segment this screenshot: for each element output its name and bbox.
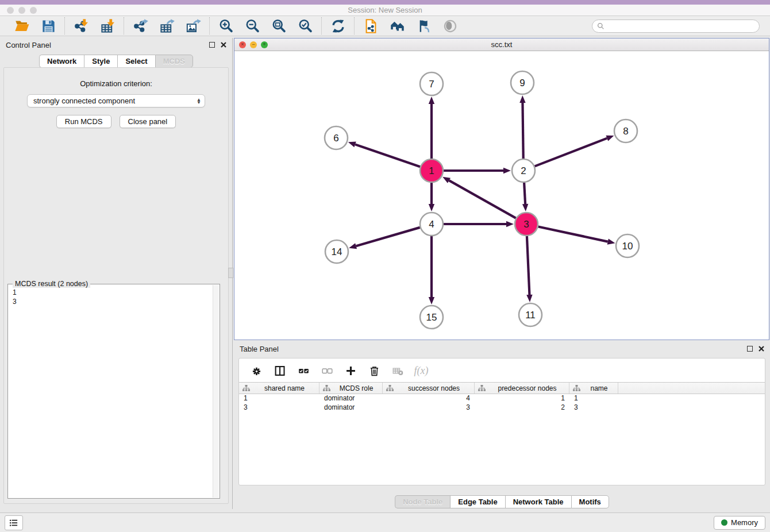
edge-4-14[interactable]	[356, 228, 420, 246]
float-table-panel-icon[interactable]	[747, 346, 753, 352]
run-mcds-button[interactable]: Run MCDS	[56, 115, 111, 128]
edge-arrowhead	[503, 168, 511, 174]
tab-style[interactable]: Style	[84, 55, 117, 68]
edge-1-6[interactable]	[355, 144, 420, 167]
table-row[interactable]: 3dominator323	[239, 403, 765, 413]
import-table-icon[interactable]	[97, 17, 118, 35]
memory-label: Memory	[731, 518, 758, 527]
mcds-result-list[interactable]: 1 3	[8, 284, 220, 310]
cell[interactable]: dominator	[319, 403, 383, 413]
network-from-file-icon[interactable]	[360, 17, 381, 35]
cell[interactable]: 1	[239, 394, 319, 403]
node-label-2: 2	[521, 165, 526, 176]
zoom-out-icon[interactable]	[242, 17, 263, 35]
node-label-8: 8	[623, 126, 628, 137]
column-header-shared-name[interactable]: shared name	[239, 383, 319, 394]
edge-2-9[interactable]	[522, 103, 523, 159]
close-panel-icon[interactable]	[221, 42, 226, 48]
edge-arrowhead	[349, 243, 357, 249]
tab-node-table[interactable]: Node Table	[395, 495, 450, 508]
tab-edge-table[interactable]: Edge Table	[450, 495, 505, 508]
criterion-select[interactable]: strongly connected component ▲▼	[27, 94, 205, 107]
cell[interactable]: 2	[475, 403, 569, 413]
node-label-11: 11	[525, 310, 536, 321]
mcds-result-title: MCDS result (2 nodes)	[13, 280, 90, 288]
memory-button[interactable]: Memory	[714, 516, 765, 530]
task-history-button[interactable]	[5, 515, 23, 530]
cell[interactable]: 4	[383, 394, 475, 403]
node-label-10: 10	[622, 241, 633, 252]
delete-table-icon[interactable]	[391, 364, 405, 377]
node-label-7: 7	[429, 79, 434, 90]
table-panel: Table Panel f(x) shared nameMCDS rolesuc…	[234, 342, 770, 512]
split-divider-handle[interactable]	[228, 268, 233, 278]
edge-2-3[interactable]	[524, 183, 525, 204]
edge-arrowhead	[506, 221, 514, 227]
column-header-name[interactable]: name	[569, 383, 618, 394]
column-header-predecessor-nodes[interactable]: predecessor nodes	[475, 383, 569, 394]
hierarchy-icon	[573, 385, 580, 392]
tab-network-table[interactable]: Network Table	[505, 495, 571, 508]
birds-eye-view-icon[interactable]	[440, 17, 460, 35]
export-table-icon[interactable]	[156, 17, 177, 35]
cell[interactable]: 3	[383, 403, 475, 413]
search-box[interactable]	[592, 20, 760, 33]
table-header-row[interactable]: shared nameMCDS rolesuccessor nodesprede…	[239, 382, 765, 394]
float-panel-icon[interactable]	[209, 42, 215, 48]
column-header-MCDS-role[interactable]: MCDS role	[319, 383, 383, 394]
close-panel-button[interactable]: Close panel	[120, 115, 176, 128]
network-window-titlebar[interactable]: × – + scc.txt	[234, 38, 769, 51]
network-graph[interactable]: 7968124310141511	[234, 51, 769, 340]
control-panel: Control Panel Network Style Select MCDS …	[0, 38, 233, 509]
table-row[interactable]: 1dominator411	[239, 394, 765, 403]
edge-arrowhead	[519, 95, 525, 103]
zoom-fit-icon[interactable]	[268, 17, 289, 35]
select-all-icon[interactable]	[297, 364, 310, 377]
columns-icon[interactable]	[273, 364, 287, 377]
close-table-panel-icon[interactable]	[759, 346, 764, 352]
control-panel-title: Control Panel	[6, 41, 51, 49]
open-file-icon[interactable]	[11, 17, 32, 35]
cell[interactable]: dominator	[319, 394, 383, 403]
zoom-in-icon[interactable]	[215, 17, 236, 35]
tab-motifs[interactable]: Motifs	[571, 495, 609, 508]
export-network-icon[interactable]	[130, 17, 151, 35]
cell[interactable]: 3	[239, 403, 319, 413]
gear-icon[interactable]	[249, 364, 263, 377]
tab-mcds[interactable]: MCDS	[155, 55, 193, 68]
edge-arrowhead	[429, 97, 434, 104]
memory-status-icon	[721, 519, 727, 526]
network-window-title: scc.txt	[234, 40, 769, 49]
node-label-4: 4	[429, 219, 434, 230]
edge-3-1[interactable]	[449, 180, 515, 218]
network-canvas[interactable]: 7968124310141511	[234, 51, 769, 340]
column-header-successor-nodes[interactable]: successor nodes	[383, 383, 475, 394]
edge-2-8[interactable]	[535, 138, 607, 167]
cell[interactable]: 3	[569, 403, 618, 413]
function-builder-icon[interactable]: f(x)	[414, 364, 428, 377]
deselect-all-icon[interactable]	[320, 364, 334, 377]
app-title: Session: New Session	[0, 6, 770, 14]
show-graphics-details-icon[interactable]	[413, 17, 434, 35]
save-session-icon[interactable]	[38, 17, 59, 35]
import-network-icon[interactable]	[71, 17, 91, 35]
result-scrollbar[interactable]	[213, 285, 219, 498]
edge-3-11[interactable]	[527, 236, 530, 295]
tab-network[interactable]: Network	[39, 55, 84, 68]
table-tabs: Node TableEdge TableNetwork TableMotifs	[234, 495, 770, 508]
search-input[interactable]	[607, 22, 754, 30]
first-neighbors-icon[interactable]	[387, 17, 407, 35]
node-table-content: f(x) shared nameMCDS rolesuccessor nodes…	[238, 358, 765, 485]
delete-row-icon[interactable]	[367, 364, 381, 377]
edge-3-10[interactable]	[538, 226, 608, 241]
apply-layout-icon[interactable]	[328, 17, 348, 35]
cell[interactable]: 1	[569, 394, 618, 403]
edge-arrowhead	[442, 177, 451, 183]
export-image-icon[interactable]	[183, 17, 203, 35]
tab-select[interactable]: Select	[117, 55, 155, 68]
table-body[interactable]: 1dominator4113dominator323	[239, 394, 765, 413]
zoom-selected-icon[interactable]	[295, 17, 315, 35]
cell[interactable]: 1	[475, 394, 569, 403]
add-row-icon[interactable]	[344, 364, 357, 377]
control-panel-tabs: Network Style Select MCDS	[0, 55, 232, 68]
